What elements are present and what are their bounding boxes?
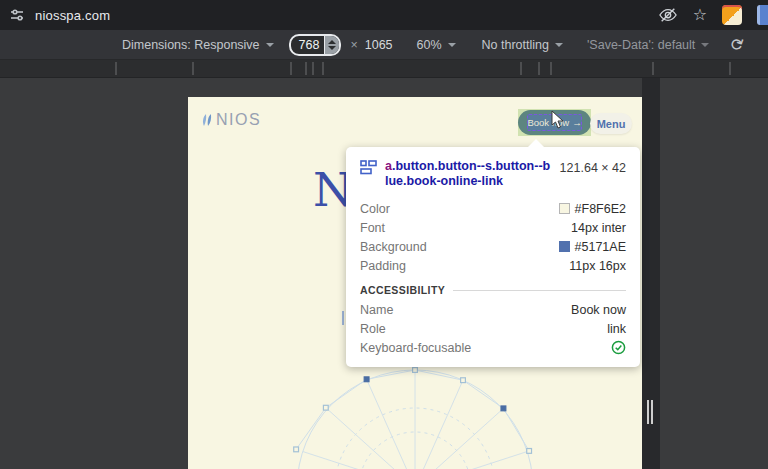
a11y-row-name: Name Book now [360, 300, 626, 319]
viewport-gutter [642, 78, 660, 469]
media-query-tick [312, 62, 314, 75]
stepper-up-icon[interactable] [328, 40, 336, 44]
media-query-tick [538, 62, 540, 75]
selector-classes: .button.button--s.button--blue.book-onli… [385, 159, 550, 188]
occluded-text-fragment [342, 311, 344, 325]
extension-notebook-icon[interactable] [722, 5, 742, 25]
element-badge-icon [360, 160, 377, 175]
inspect-tooltip: a.button.button--s.button--blue.book-onl… [346, 147, 640, 367]
viewport-width-value[interactable]: 768 [291, 38, 325, 52]
media-query-tick [115, 62, 117, 75]
tooltip-row-background: Background #5171AE [360, 237, 626, 256]
stepper-down-icon[interactable] [328, 46, 336, 50]
throttling-label: No throttling [482, 38, 549, 52]
viewport-width-input[interactable]: 768 [289, 34, 342, 56]
tooltip-row-color: Color #F8F6E2 [360, 199, 626, 218]
media-query-tick [290, 62, 292, 75]
media-query-tick [520, 62, 522, 75]
chevron-down-icon [266, 43, 274, 47]
media-query-tick [192, 62, 194, 75]
multiply-sign: × [350, 38, 357, 52]
dimensions-dropdown[interactable]: Dimensions: Responsive [122, 38, 274, 52]
media-query-tick [305, 62, 307, 75]
inspected-selector: a.button.button--s.button--blue.book-onl… [385, 159, 552, 189]
tooltip-row-font: Font 14px inter [360, 218, 626, 237]
media-query-tick [322, 62, 324, 75]
nios-logo-text: NIOS [216, 111, 261, 129]
inspected-dimensions: 121.64 × 42 [560, 159, 626, 189]
rotate-viewport-icon[interactable]: ⟳ [728, 32, 750, 57]
chevron-down-icon [448, 43, 456, 47]
browser-address-bar[interactable]: niosspa.com ☆ [0, 0, 768, 30]
a11y-row-keyboard-focusable: Keyboard-focusable [360, 338, 626, 357]
width-stepper[interactable] [324, 36, 339, 54]
save-data-dropdown[interactable]: 'Save-Data': default [587, 38, 709, 52]
mouse-cursor [551, 110, 565, 130]
media-query-bar[interactable] [0, 60, 768, 78]
throttling-dropdown[interactable]: No throttling [482, 38, 563, 52]
accessibility-section-header: ACCESSIBILITY [360, 284, 626, 296]
viewport-resize-handle[interactable] [647, 400, 653, 424]
menu-button[interactable]: Menu [590, 113, 632, 134]
bookmark-star-icon[interactable]: ☆ [693, 7, 707, 23]
save-data-label: 'Save-Data': default [587, 38, 695, 52]
menu-label: Menu [597, 118, 626, 130]
selector-tag: a [385, 159, 392, 173]
tooltip-caret [528, 139, 544, 147]
media-query-tick [550, 62, 552, 75]
background-swatch [559, 241, 570, 252]
a11y-row-role: Role link [360, 319, 626, 338]
check-circle-icon [611, 340, 626, 355]
nios-logo[interactable]: NIOS [200, 111, 261, 129]
extension-book-icon[interactable] [757, 5, 768, 25]
color-swatch [559, 203, 570, 214]
chevron-down-icon [701, 43, 709, 47]
media-query-tick [729, 62, 731, 75]
zoom-value: 60% [417, 38, 442, 52]
eye-off-icon[interactable] [658, 6, 678, 24]
arrow-right-icon: → [572, 117, 582, 128]
media-query-tick [652, 62, 654, 75]
radar-chart [188, 361, 642, 469]
devtools-canvas: NIOS Book now → Menu N [0, 78, 768, 469]
dimensions-label: Dimensions: Responsive [122, 38, 260, 52]
rendered-page: NIOS Book now → Menu N [188, 97, 642, 469]
site-settings-icon[interactable] [8, 6, 26, 24]
zoom-dropdown[interactable]: 60% [417, 38, 456, 52]
url-text[interactable]: niosspa.com [35, 8, 110, 23]
tooltip-row-padding: Padding 11px 16px [360, 256, 626, 275]
chevron-down-icon [555, 43, 563, 47]
nios-logo-icon [200, 112, 214, 128]
devtools-device-toolbar: Dimensions: Responsive 768 × 1065 60% No… [0, 30, 768, 60]
viewport-height-value[interactable]: 1065 [365, 38, 393, 52]
screen: niosspa.com ☆ Dimensions: Responsive 768… [0, 0, 768, 469]
